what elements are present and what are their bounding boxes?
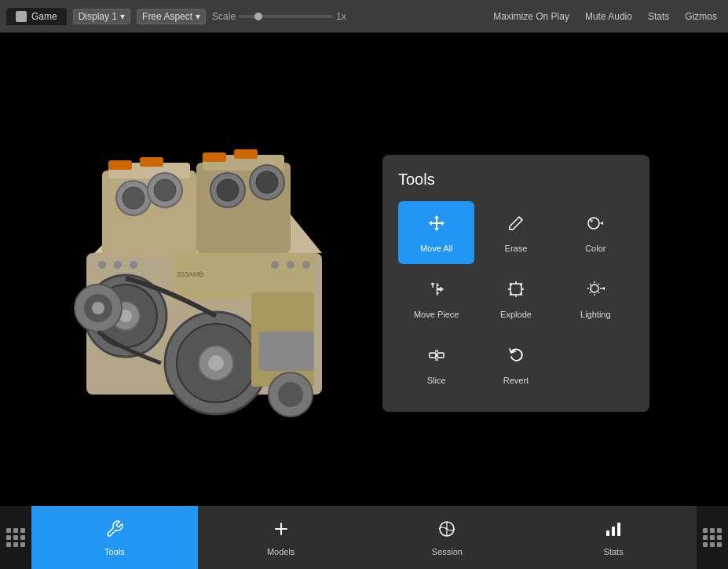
engine-svg: 203AMB (24, 96, 369, 473)
lighting-label: Lighting (580, 310, 611, 319)
tools-title: Tools (398, 171, 634, 189)
svg-point-29 (208, 355, 224, 371)
scale-label: Scale (212, 11, 236, 22)
nav-stats-label: Stats (604, 547, 624, 556)
svg-rect-50 (606, 530, 609, 536)
nav-items: Tools Models (31, 506, 697, 569)
svg-point-42 (588, 218, 599, 229)
aspect-chevron: ▾ (196, 11, 200, 22)
tool-move-all[interactable]: Move All (398, 201, 474, 264)
tools-grid: Move All Erase (398, 201, 634, 396)
nav-session[interactable]: Session (364, 506, 531, 569)
dot (703, 542, 708, 547)
stats-button[interactable]: Stats (643, 9, 674, 24)
explode-icon (505, 278, 527, 303)
tool-slice[interactable]: Slice (398, 333, 474, 396)
svg-point-33 (114, 261, 122, 269)
scale-value: 1x (336, 11, 346, 22)
nav-tools-label: Tools (104, 547, 125, 556)
dot (6, 528, 11, 533)
svg-rect-38 (259, 332, 314, 371)
maximize-button[interactable]: Maximize On Play (488, 9, 574, 24)
svg-point-40 (278, 382, 303, 407)
move-piece-label: Move Piece (414, 310, 459, 319)
dot (13, 535, 18, 540)
aspect-label: Free Aspect (142, 11, 192, 22)
scale-track[interactable] (239, 15, 333, 18)
tools-panel: Tools Move All Erase (382, 155, 649, 412)
dot-grid-right (697, 506, 728, 569)
svg-point-32 (98, 261, 106, 269)
nav-tools[interactable]: Tools (31, 506, 198, 569)
nav-stats[interactable]: Stats (530, 506, 697, 569)
dot (710, 542, 715, 547)
explode-label: Explode (500, 310, 532, 319)
tool-revert[interactable]: Revert (477, 333, 554, 396)
svg-point-35 (271, 261, 279, 269)
dot (710, 528, 715, 533)
nav-models-label: Models (267, 547, 294, 556)
move-all-label: Move All (420, 244, 453, 253)
game-tab-icon (16, 11, 27, 22)
svg-point-43 (590, 219, 593, 222)
svg-rect-46 (430, 353, 436, 358)
aspect-control: Free Aspect ▾ (137, 9, 206, 24)
svg-rect-18 (234, 149, 258, 159)
nav-session-label: Session (432, 547, 463, 556)
game-tab[interactable]: Game (6, 8, 67, 25)
bottom-nav: Tools Models (0, 506, 728, 569)
svg-point-25 (92, 302, 104, 314)
move-all-icon (426, 212, 448, 237)
dot (6, 535, 11, 540)
dot (20, 528, 25, 533)
display-dropdown[interactable]: Display 1 ▾ (73, 9, 130, 24)
dot (710, 535, 715, 540)
svg-point-36 (287, 261, 294, 269)
color-icon (584, 212, 606, 237)
aspect-dropdown[interactable]: Free Aspect ▾ (137, 9, 206, 24)
color-label: Color (585, 244, 605, 253)
revert-icon (505, 344, 527, 369)
dot-grid-left (0, 506, 31, 569)
game-tab-label: Game (31, 11, 57, 22)
erase-label: Erase (505, 244, 528, 253)
display-control: Display 1 ▾ (73, 9, 130, 24)
mute-button[interactable]: Mute Audio (580, 9, 637, 24)
svg-rect-15 (108, 160, 132, 170)
scale-thumb (254, 13, 262, 20)
dot (703, 535, 708, 540)
svg-rect-44 (510, 284, 521, 295)
dot (717, 542, 722, 547)
nav-models[interactable]: Models (198, 506, 364, 569)
tool-lighting[interactable]: Lighting (558, 267, 634, 330)
revert-label: Revert (503, 376, 529, 385)
svg-point-37 (302, 261, 310, 269)
scale-control: Scale 1x (212, 11, 346, 22)
dots-right (703, 528, 722, 547)
svg-point-14 (256, 171, 278, 193)
move-piece-icon (426, 278, 448, 303)
gizmos-button[interactable]: Gizmos (680, 9, 722, 24)
svg-rect-51 (612, 527, 615, 536)
svg-rect-17 (203, 152, 226, 162)
svg-text:203AMB: 203AMB (177, 270, 204, 278)
tool-color[interactable]: Color (558, 201, 634, 264)
erase-icon (505, 212, 527, 237)
tool-explode[interactable]: Explode (477, 267, 554, 330)
dot (13, 528, 18, 533)
dot (13, 542, 18, 547)
slice-icon (426, 344, 448, 369)
tool-erase[interactable]: Erase (477, 201, 554, 264)
svg-point-10 (154, 179, 176, 201)
engine-display: 203AMB (24, 96, 369, 473)
nav-models-icon (272, 519, 291, 542)
tool-move-piece[interactable]: Move Piece (398, 267, 474, 330)
dot (717, 535, 722, 540)
nav-tools-icon (105, 519, 124, 542)
dot (717, 528, 722, 533)
svg-point-12 (217, 179, 239, 201)
nav-session-icon (437, 519, 456, 542)
svg-rect-16 (140, 157, 163, 167)
toolbar: Game Display 1 ▾ Free Aspect ▾ Scale 1x … (0, 0, 728, 33)
svg-point-45 (591, 284, 598, 292)
